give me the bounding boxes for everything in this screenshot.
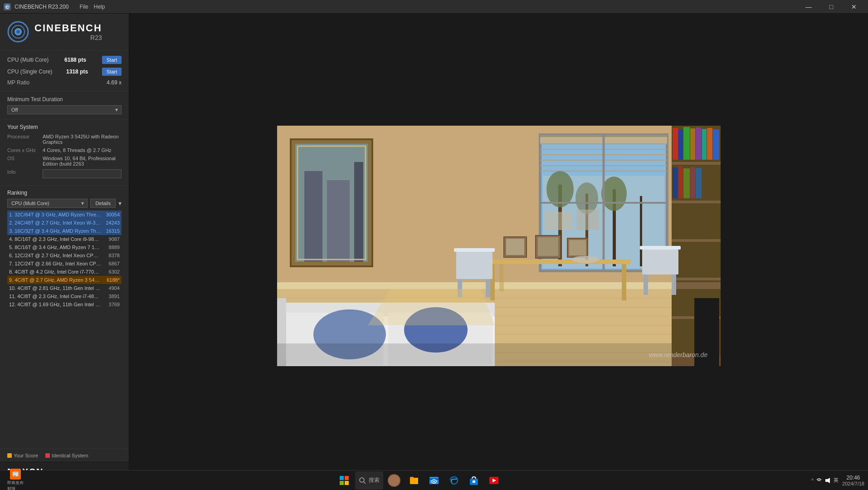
logo-name: CINEBENCH	[34, 22, 102, 34]
legend-section: Your Score Identical System	[0, 449, 129, 462]
rank-item-1[interactable]: 1. 32C/64T @ 3 GHz, AMD Ryzen Threadripp…	[7, 211, 122, 219]
min-test-select-wrapper: Off 1 min 5 min 10 min 30 min	[7, 105, 122, 114]
details-button[interactable]: Details	[90, 199, 116, 208]
ranking-title: Ranking	[7, 190, 122, 196]
svg-rect-66	[683, 168, 690, 198]
clock-time: 20:46	[842, 475, 864, 481]
left-panel: CINEBENCH R23 CPU (Multi Core) 6188 pts …	[0, 14, 129, 490]
rank-item-3[interactable]: 3. 16C/32T @ 3.4 GHz, AMD Ryzen Threadri…	[7, 227, 122, 235]
logo-version: R23	[34, 34, 102, 41]
svg-rect-39	[640, 196, 642, 266]
cpu-multi-start-button[interactable]: Start	[102, 56, 122, 64]
info-input[interactable]	[43, 169, 122, 178]
min-test-label: Minimum Test Duration	[7, 96, 122, 103]
rank-item-12[interactable]: 12. 4C/8T @ 1.69 GHz, 11th Gen Intel Cor…	[7, 300, 122, 309]
rank-item-8[interactable]: 8. 4C/8T @ 4.2 GHz, Intel Core i7-7700K …	[7, 268, 122, 276]
system-section: Your System Processor AMD Ryzen 3 5425U …	[0, 119, 129, 186]
rank-name: 11. 4C/8T @ 2.3 GHz, Intel Core i7-4850H…	[9, 294, 102, 299]
rank-name: 2. 24C/48T @ 2.7 GHz, Intel Xeon W-3265M…	[9, 220, 102, 225]
svg-rect-102	[345, 476, 349, 480]
rank-name: 7. 12C/24T @ 2.66 GHz, Intel Xeon CPU X5…	[9, 261, 102, 266]
menu-file[interactable]: File	[79, 4, 88, 10]
svg-rect-71	[486, 260, 631, 264]
titlebar-title: CINEBENCH R23.200	[15, 4, 68, 10]
rank-item-4[interactable]: 4. 8C/16T @ 2.3 GHz, Intel Core i9-9880H…	[7, 235, 122, 243]
svg-line-106	[364, 482, 366, 484]
svg-rect-58	[683, 127, 690, 160]
close-button[interactable]: ✕	[844, 0, 864, 14]
rank-score: 6302	[103, 269, 120, 274]
rank-type-select[interactable]: CPU (Multi Core) CPU (Single Core)	[7, 199, 88, 208]
min-test-select[interactable]: Off 1 min 5 min 10 min 30 min	[7, 105, 122, 114]
room-scene-svg: www.renderbaron.de	[277, 126, 721, 366]
logo-text: CINEBENCH R23	[34, 22, 102, 41]
svg-rect-117	[825, 479, 828, 482]
taskbar-explorer-icon[interactable]	[425, 471, 443, 490]
os-value: Windows 10, 64 Bit, Professional Edition…	[43, 156, 122, 167]
svg-rect-75	[454, 248, 495, 252]
taskbar-store-icon[interactable]	[465, 471, 483, 490]
svg-rect-100	[277, 343, 672, 366]
processor-label: Processor	[7, 134, 39, 145]
systray-chevron-icon[interactable]: ^	[811, 478, 814, 483]
taskbar-profile-icon[interactable]	[385, 471, 403, 490]
taskbar-media-icon[interactable]	[485, 471, 503, 490]
rank-item-10[interactable]: 10. 4C/8T @ 2.81 GHz, 11th Gen Intel Cor…	[7, 284, 122, 292]
os-row: OS Windows 10, 64 Bit, Professional Edit…	[7, 156, 122, 167]
rank-score: 4904	[103, 285, 120, 291]
rank-name: 1. 32C/64T @ 3 GHz, AMD Ryzen Threadripp…	[9, 212, 102, 217]
svg-rect-88	[569, 240, 586, 255]
processor-value: AMD Ryzen 3 5425U with Radeon Graphics	[43, 134, 122, 145]
start-button[interactable]	[335, 471, 353, 490]
svg-rect-62	[707, 128, 712, 160]
svg-point-105	[360, 478, 364, 482]
rank-item-9[interactable]: 9. 4C/8T @ 2.7 GHz, AMD Ryzen 3 5425U wi…	[7, 276, 122, 284]
volume-icon	[824, 477, 832, 484]
rank-score: 6867	[103, 261, 120, 266]
maximize-button[interactable]: □	[821, 0, 842, 14]
cpu-single-row: CPU (Single Core) 1318 pts Start	[7, 68, 122, 76]
svg-rect-108	[410, 477, 414, 479]
search-button[interactable]: 搜索	[355, 471, 383, 490]
identical-system-label: Identical System	[52, 453, 88, 458]
cpu-single-start-button[interactable]: Start	[102, 68, 122, 76]
rank-item-11[interactable]: 11. 4C/8T @ 2.3 GHz, Intel Core i7-4850H…	[7, 292, 122, 300]
rank-score: 24243	[103, 220, 120, 225]
taskbar-clock[interactable]: 20:46 2024/7/18	[842, 475, 864, 486]
your-score-label: Your Score	[14, 453, 38, 458]
svg-point-112	[434, 480, 435, 482]
svg-rect-57	[678, 129, 683, 160]
rank-item-7[interactable]: 7. 12C/24T @ 2.66 GHz, Intel Xeon CPU X5…	[7, 260, 122, 268]
rank-name: 4. 8C/16T @ 2.3 GHz, Intel Core i9-9880H…	[9, 236, 102, 242]
svg-point-89	[572, 256, 599, 263]
rank-item-2[interactable]: 2. 24C/48T @ 2.7 GHz, Intel Xeon W-3265M…	[7, 219, 122, 227]
cpu-multi-row: CPU (Multi Core) 6188 pts Start	[7, 56, 122, 64]
cores-row: Cores x GHz 4 Cores, 8 Threads @ 2.7 GHz	[7, 147, 122, 153]
rank-item-5[interactable]: 5. 8C/16T @ 3.4 GHz, AMD Ryzen 7 1700X E…	[7, 243, 122, 251]
svg-rect-63	[713, 129, 719, 160]
svg-point-38	[601, 176, 627, 211]
svg-rect-21	[354, 162, 363, 262]
svg-rect-40	[545, 212, 572, 230]
cinebench-logo-icon	[7, 21, 29, 43]
svg-rect-103	[340, 481, 344, 485]
svg-rect-86	[538, 237, 558, 256]
rank-name: 3. 16C/32T @ 3.4 GHz, AMD Ryzen Threadri…	[9, 228, 102, 234]
svg-marker-118	[828, 478, 830, 483]
minimize-button[interactable]: —	[798, 0, 819, 14]
mp-ratio-label: MP Ratio	[7, 79, 29, 86]
render-area: www.renderbaron.de	[129, 14, 868, 478]
taskbar-edge-icon[interactable]	[445, 471, 463, 490]
svg-rect-73	[622, 264, 626, 300]
svg-rect-51	[672, 162, 721, 165]
menu-help[interactable]: Help	[94, 4, 105, 10]
cpu-multi-label: CPU (Multi Core)	[7, 57, 49, 63]
clock-date: 2024/7/18	[842, 481, 864, 486]
taskbar-app-news[interactable]: 📰 即将发布财报	[4, 468, 27, 490]
taskbar-right: ^ 英 20:46 2024/7/18	[811, 475, 864, 486]
taskbar-files-icon[interactable]	[405, 471, 423, 490]
app-icon: C	[4, 3, 11, 10]
wifi-icon	[815, 477, 823, 484]
rank-item-6[interactable]: 6. 12C/24T @ 2.7 GHz, Intel Xeon CPU E5-…	[7, 251, 122, 260]
details-chevron-icon[interactable]: ▾	[118, 200, 122, 207]
